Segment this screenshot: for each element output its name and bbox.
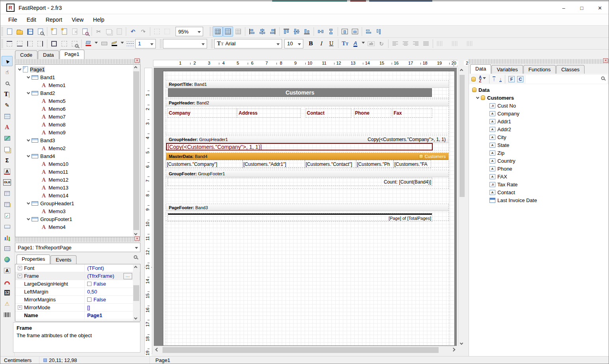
- tree-node-memo9[interactable]: AMemo9: [17, 128, 140, 136]
- data-root-node[interactable]: Data: [472, 86, 609, 94]
- toolbar-grip[interactable]: [211, 39, 213, 48]
- sort-icon[interactable]: AZ: [479, 76, 482, 83]
- style-select[interactable]: [163, 39, 207, 48]
- align-centers-button[interactable]: [257, 26, 267, 37]
- font-name-select[interactable]: TT Arial: [214, 39, 282, 48]
- close-panel-icon[interactable]: ✕: [135, 58, 140, 63]
- minimize-button[interactable]: –: [555, 2, 573, 14]
- scroll-down-icon[interactable]: [460, 342, 463, 345]
- field-zip[interactable]: AZip: [472, 149, 609, 157]
- property-value[interactable]: (TFont): [85, 265, 140, 271]
- map-object-tool-button[interactable]: [2, 254, 13, 265]
- align-text-center-button[interactable]: [400, 39, 411, 49]
- memo-data-field[interactable]: [Customers."Contact"]: [305, 160, 356, 168]
- menu-report[interactable]: Report: [41, 15, 67, 24]
- sort-dropdown-icon[interactable]: [483, 77, 486, 81]
- text-align-bottom-button[interactable]: [465, 39, 475, 49]
- font-color-button[interactable]: A: [350, 39, 361, 49]
- tree-node-memo7[interactable]: AMemo7: [17, 113, 140, 121]
- line-width-select[interactable]: 1: [135, 39, 156, 48]
- tree-node-memo6[interactable]: AMemo6: [17, 105, 140, 113]
- chevron-down-icon[interactable]: [27, 138, 30, 141]
- tree-node-band3[interactable]: Band3: [17, 136, 140, 144]
- db-crosstab-object-tool-button[interactable]: [2, 199, 13, 210]
- align-text-left-button[interactable]: [390, 39, 400, 49]
- tree-node-memo11[interactable]: AMemo11: [17, 168, 140, 176]
- same-width-button[interactable]: [364, 26, 374, 37]
- memo-group-footer[interactable]: Count: [Count(Band4)]: [168, 178, 432, 186]
- fill-color-dropdown[interactable]: [93, 39, 99, 49]
- memo-data-field[interactable]: [Customers."FA: [394, 160, 431, 168]
- gauge-object-tool-button[interactable]: [2, 277, 13, 287]
- center-horizontally-button[interactable]: [340, 26, 350, 37]
- band-pageheader[interactable]: PageHeader:Band2 CompanyAddressContactPh…: [166, 99, 449, 134]
- property-value[interactable]: False: [85, 281, 140, 287]
- collapse-icon[interactable]: ↑: [493, 76, 495, 82]
- tree-node-band1[interactable]: Band1: [17, 73, 140, 81]
- doc-tab-code[interactable]: Code: [15, 50, 37, 59]
- classes-button[interactable]: C: [517, 76, 523, 82]
- zipcode-object-tool-button[interactable]: ⚠: [2, 299, 13, 309]
- expand-icon[interactable]: +: [18, 274, 22, 278]
- memo-column-header[interactable]: Contact: [306, 109, 351, 117]
- undo-button[interactable]: ↶: [128, 26, 138, 37]
- property-row-leftmargin[interactable]: LeftMargin0,50: [15, 288, 140, 296]
- tree-node-page1[interactable]: Page1: [17, 65, 140, 73]
- tree-node-memo4[interactable]: AMemo4: [17, 223, 140, 231]
- align-rights-button[interactable]: [267, 26, 278, 37]
- property-row-name[interactable]: NamePage1: [15, 312, 140, 319]
- picture-object-tool-button[interactable]: [2, 133, 13, 143]
- scroll-up-icon[interactable]: [460, 69, 463, 72]
- memo-data-field[interactable]: [Customers."Company"]: [166, 160, 243, 168]
- band-masterdata[interactable]: MasterData:Band4 Customers [Customers."C…: [166, 152, 449, 168]
- tree-node-memo5[interactable]: AMemo5: [17, 97, 140, 105]
- maximize-button[interactable]: □: [573, 2, 591, 14]
- property-row-font[interactable]: +Font(TFont): [15, 264, 140, 272]
- panel-grip[interactable]: ✕: [469, 59, 609, 64]
- band-groupheader[interactable]: GroupHeader:GroupHeader1Copy(<Customers.…: [166, 136, 449, 150]
- new-page-button[interactable]: ✱: [49, 26, 59, 37]
- design-canvas[interactable]: ReportTitle:Band1 Customers PageHeader:B…: [154, 68, 457, 346]
- justify-text-button[interactable]: [421, 39, 431, 49]
- tree-node-memo12[interactable]: AMemo12: [17, 176, 140, 184]
- chevron-down-icon[interactable]: [27, 75, 30, 78]
- dataset-customers-node[interactable]: Customers: [472, 94, 609, 102]
- text-object-tool-button[interactable]: A: [2, 122, 13, 132]
- frame-left-button[interactable]: [25, 39, 35, 49]
- checkbox-object-tool-button[interactable]: ✓: [2, 210, 13, 221]
- design-horizontal-scrollbar[interactable]: [154, 346, 457, 354]
- memo-data-field[interactable]: [Customers."Addr1"]: [243, 160, 305, 168]
- text-align-middle-button[interactable]: [450, 39, 460, 49]
- rotate-text-button[interactable]: ↻: [376, 39, 387, 49]
- doc-tab-page1[interactable]: Page1: [60, 50, 85, 59]
- report-page-sheet[interactable]: ReportTitle:Band1 Customers PageHeader:B…: [163, 71, 455, 346]
- tree-node-memo13[interactable]: AMemo13: [17, 184, 140, 191]
- field-city[interactable]: ACity: [472, 133, 609, 141]
- new-dialog-button[interactable]: ✱: [59, 26, 69, 37]
- fill-color-button[interactable]: [83, 39, 93, 49]
- table-object-tool-button[interactable]: [2, 243, 13, 254]
- cut-button[interactable]: ✂: [93, 26, 104, 37]
- ellipsis-editor-button[interactable]: ...: [123, 273, 132, 279]
- chevron-down-icon[interactable]: [27, 91, 30, 94]
- frame-editor-button[interactable]: [69, 39, 80, 49]
- chart-object-tool-button[interactable]: [2, 232, 13, 243]
- group-button[interactable]: [152, 26, 162, 37]
- space-vertically-button[interactable]: [326, 26, 336, 37]
- expand-icon[interactable]: ↓: [499, 76, 502, 82]
- expand-icon[interactable]: +: [18, 305, 22, 310]
- memo-report-title[interactable]: Customers: [168, 88, 432, 97]
- frame-top-button[interactable]: [4, 39, 15, 49]
- paste-button[interactable]: [114, 26, 124, 37]
- property-value[interactable]: False: [85, 297, 140, 303]
- ungroup-button[interactable]: [162, 26, 172, 37]
- chevron-down-icon[interactable]: [18, 67, 21, 70]
- property-value[interactable]: Page1: [85, 312, 140, 318]
- tree-node-memo1[interactable]: AMemo1: [17, 81, 140, 89]
- open-report-button[interactable]: [15, 26, 25, 37]
- tree-node-memo3[interactable]: AMemo3: [17, 207, 140, 215]
- crosstab-object-tool-button[interactable]: [2, 188, 13, 199]
- close-panel-icon[interactable]: ✕: [135, 236, 140, 241]
- toolbar-grip[interactable]: [209, 27, 211, 36]
- tree-node-memo8[interactable]: AMemo8: [17, 121, 140, 128]
